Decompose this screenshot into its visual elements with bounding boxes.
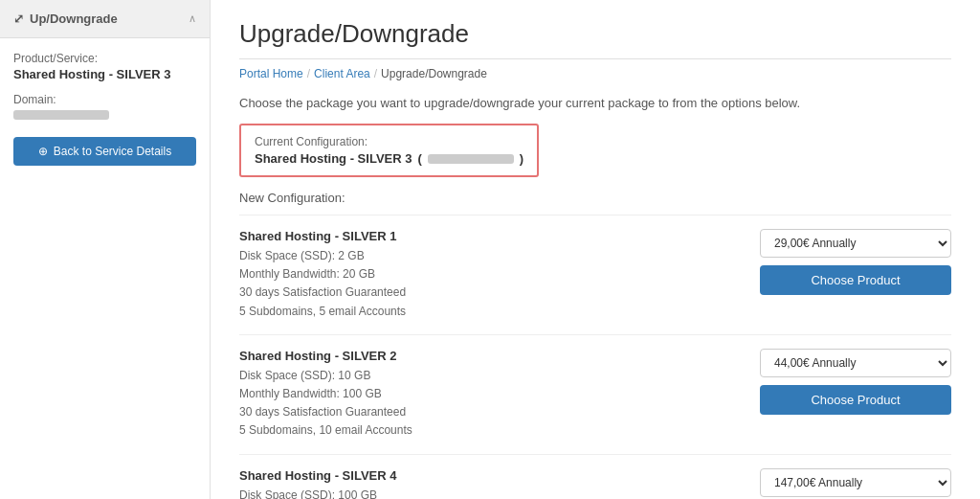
back-to-service-button[interactable]: ⊕ Back to Service Details xyxy=(13,137,196,166)
domain-value-bar xyxy=(13,110,109,120)
back-icon: ⊕ xyxy=(38,145,48,158)
product-name-1: Shared Hosting - SILVER 2 xyxy=(239,349,750,363)
product-actions-0: 29,00€ Annually2,90€ MonthlyChoose Produ… xyxy=(750,229,951,295)
page-title: Upgrade/Downgrade xyxy=(239,19,951,59)
intro-text: Choose the package you want to upgrade/d… xyxy=(239,96,951,110)
breadcrumb-client-area[interactable]: Client Area xyxy=(314,67,370,80)
product-name-0: Shared Hosting - SILVER 1 xyxy=(239,229,750,243)
product-info-2: Shared Hosting - SILVER 4Disk Space (SSD… xyxy=(239,468,750,500)
product-info-1: Shared Hosting - SILVER 2Disk Space (SSD… xyxy=(239,349,750,441)
current-config-label: Current Configuration: xyxy=(255,135,523,148)
main-content: Upgrade/Downgrade Portal Home / Client A… xyxy=(211,0,980,499)
product-info-0: Shared Hosting - SILVER 1Disk Space (SSD… xyxy=(239,229,750,321)
choose-product-button-0[interactable]: Choose Product xyxy=(760,265,951,295)
product-details-0: Disk Space (SSD): 2 GBMonthly Bandwidth:… xyxy=(239,247,750,321)
current-config-close-paren: ) xyxy=(520,151,523,166)
product-row: Shared Hosting - SILVER 4Disk Space (SSD… xyxy=(239,455,951,500)
current-config-domain-bar xyxy=(428,154,514,164)
breadcrumb-current: Upgrade/Downgrade xyxy=(381,67,487,80)
breadcrumb: Portal Home / Client Area / Upgrade/Down… xyxy=(239,67,951,80)
breadcrumb-sep-1: / xyxy=(307,67,310,80)
sidebar-header: ⤢ Up/Downgrade ∧ xyxy=(0,0,210,38)
sidebar-header-label: Up/Downgrade xyxy=(30,11,118,26)
billing-select-0[interactable]: 29,00€ Annually2,90€ Monthly xyxy=(760,229,951,258)
product-details-1: Disk Space (SSD): 10 GBMonthly Bandwidth… xyxy=(239,367,750,441)
product-name-2: Shared Hosting - SILVER 4 xyxy=(239,468,750,483)
sidebar-content: Product/Service: Shared Hosting - SILVER… xyxy=(0,38,210,179)
product-row: Shared Hosting - SILVER 2Disk Space (SSD… xyxy=(239,335,951,455)
chevron-up-icon: ∧ xyxy=(189,12,196,25)
product-service-value: Shared Hosting - SILVER 3 xyxy=(13,67,196,81)
breadcrumb-sep-2: / xyxy=(374,67,377,80)
product-row: Shared Hosting - SILVER 1Disk Space (SSD… xyxy=(239,215,951,335)
product-actions-2: 147,00€ Annually14,70€ MonthlyChoose Pro… xyxy=(750,468,951,500)
product-actions-1: 44,00€ Annually4,40€ MonthlyChoose Produ… xyxy=(750,349,951,415)
back-button-label: Back to Service Details xyxy=(54,145,171,158)
current-config-value: Shared Hosting - SILVER 3 ( ) xyxy=(255,151,523,166)
current-config-box: Current Configuration: Shared Hosting - … xyxy=(239,124,539,177)
breadcrumb-portal-home[interactable]: Portal Home xyxy=(239,67,303,80)
billing-select-1[interactable]: 44,00€ Annually4,40€ Monthly xyxy=(760,349,951,377)
current-config-domain: ( xyxy=(417,151,421,166)
choose-product-button-1[interactable]: Choose Product xyxy=(760,385,951,415)
resize-icon: ⤢ xyxy=(13,11,24,26)
billing-select-2[interactable]: 147,00€ Annually14,70€ Monthly xyxy=(760,468,951,497)
domain-label: Domain: xyxy=(13,93,196,106)
sidebar: ⤢ Up/Downgrade ∧ Product/Service: Shared… xyxy=(0,0,211,499)
current-config-name: Shared Hosting - SILVER 3 xyxy=(255,151,412,166)
products-list: Shared Hosting - SILVER 1Disk Space (SSD… xyxy=(239,215,951,499)
product-service-label: Product/Service: xyxy=(13,52,196,65)
new-config-label: New Configuration: xyxy=(239,191,951,205)
sidebar-header-title: ⤢ Up/Downgrade xyxy=(13,11,118,26)
product-details-2: Disk Space (SSD): 100 GBMonthly Bandwidt… xyxy=(239,487,750,500)
